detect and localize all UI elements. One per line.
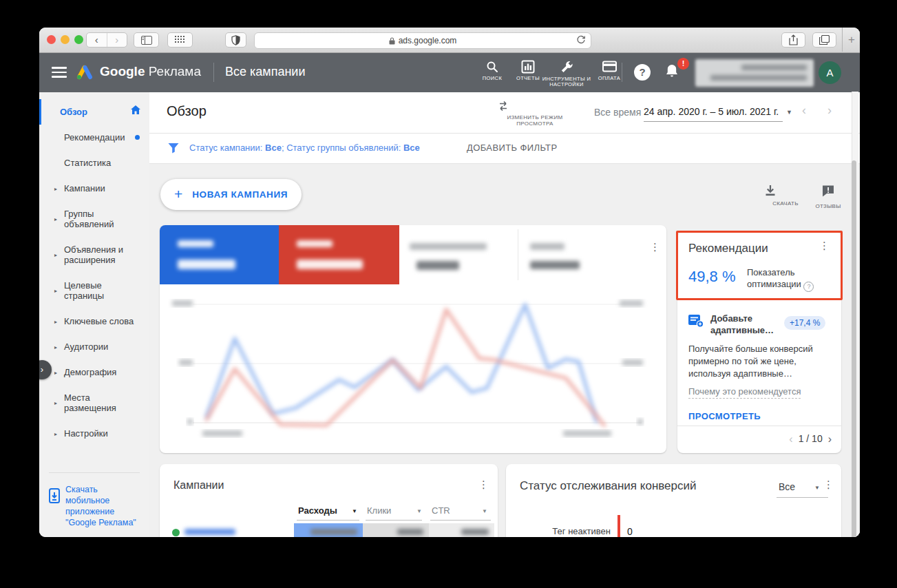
privacy-report-button[interactable] [225, 32, 246, 48]
url-text: ads.google.com [399, 36, 457, 45]
redacted-campaign-name [184, 529, 235, 535]
conversion-filter-select[interactable]: Все ▼ [779, 481, 795, 492]
metric-select-clicks[interactable]: Клики ▼ [367, 505, 391, 516]
expand-right-icon: ▸ [54, 286, 57, 296]
new-campaign-label: НОВАЯ КАМПАНИЯ [192, 189, 288, 200]
date-prev-chevron[interactable]: ‹ [802, 103, 806, 118]
minimize-window-button[interactable] [61, 35, 70, 44]
metric-select-ctr[interactable]: CTR ▼ [432, 505, 450, 516]
new-tab-button[interactable]: + [842, 28, 860, 52]
account-avatar[interactable]: A [819, 61, 841, 84]
sidebar-item-label: Места размещения [64, 392, 116, 413]
pagination-prev-chevron[interactable]: ‹ [789, 433, 792, 445]
select-underline [777, 497, 828, 498]
change-view-mode-button[interactable]: ИЗМЕНИТЬ РЕЖИМ ПРОСМОТРА [497, 101, 573, 127]
overflow-menu-icon[interactable]: ⋮ [650, 244, 660, 249]
sidebar-item-ads-extensions[interactable]: ▸ Объявления и расширения [39, 237, 149, 273]
page-scrollbar-thumb[interactable] [852, 160, 856, 537]
filter-value: Все [265, 143, 282, 153]
filter-funnel-icon[interactable] [167, 142, 180, 154]
metric-select-cost[interactable]: Расходы ▼ [298, 505, 337, 516]
cost-bar-cell [294, 523, 363, 537]
download-app-link[interactable]: Скачать мобильное приложение "Google Рек… [39, 479, 149, 537]
share-icon [789, 34, 798, 45]
date-range-picker[interactable]: 24 апр. 2020 г. – 5 июл. 2021 г. [644, 106, 783, 122]
google-ads-logo [75, 64, 94, 81]
redacted-cell-value [461, 529, 489, 535]
stat-card-cost-redacted[interactable] [279, 225, 399, 284]
redacted-stat-value [178, 260, 235, 269]
billing-icon [583, 60, 635, 74]
recommendation-item-title[interactable]: Добавьте адаптивные… [710, 313, 774, 336]
sidebar-item-settings[interactable]: ▸ Настройки [39, 421, 149, 446]
filter-value: Все [403, 143, 420, 153]
redacted-stat-label [297, 240, 333, 247]
overflow-menu-icon[interactable]: ⋮ [823, 482, 834, 487]
sidebar-item-recommendations[interactable]: Рекомендации [39, 125, 149, 150]
sidebar-item-label: Статистика [64, 158, 111, 168]
page-title: Обзор [167, 103, 207, 119]
forward-button[interactable]: › [107, 33, 127, 47]
date-next-chevron[interactable]: › [827, 103, 832, 118]
sidebar-item-label: Группы объявлений [64, 209, 114, 229]
stat-card-clicks-redacted[interactable] [160, 225, 279, 284]
help-circle-icon[interactable]: ? [803, 282, 814, 292]
new-campaign-button[interactable]: + НОВАЯ КАМПАНИЯ [160, 179, 302, 210]
feedback-icon [821, 185, 835, 198]
sidebar-nav: Обзор Рекомендации Статистика ▸ Кампании [39, 92, 149, 537]
sidebar-item-label: Целевые страницы [64, 280, 104, 301]
caret-down-icon[interactable]: ▼ [786, 109, 792, 116]
expand-right-icon: ▸ [54, 429, 57, 439]
view-recommendation-link[interactable]: ПРОСМОТРЕТЬ [688, 411, 761, 421]
sidebar-item-label: Настройки [64, 428, 108, 439]
recommendation-body-text: Получайте больше конверсий примерно по т… [688, 343, 830, 380]
overflow-menu-icon[interactable]: ⋮ [819, 243, 830, 248]
why-recommended-link[interactable]: Почему это рекомендуется [688, 386, 801, 399]
redacted-cell-value [310, 529, 357, 535]
sidebar-item-keywords[interactable]: ▸ Ключевые слова [39, 308, 149, 334]
active-filters[interactable]: Статус кампании: Все; Статус группы объя… [189, 143, 420, 153]
sidebar-item-label: Кампании [64, 183, 105, 193]
redacted-stat-label [178, 240, 213, 247]
add-filter-button[interactable]: ДОБАВИТЬ ФИЛЬТР [467, 143, 558, 153]
sidebar-icon [141, 36, 152, 45]
filter-bar: Статус кампании: Все; Статус группы объя… [149, 134, 860, 164]
plus-icon: + [174, 186, 182, 202]
conversion-tracking-title: Статус отслеживания конверсий [520, 479, 697, 493]
page-scrollbar-track[interactable] [852, 92, 858, 537]
back-button[interactable]: ‹ [87, 33, 107, 47]
notification-badge: ! [677, 57, 690, 70]
sidebar-item-overview[interactable]: Обзор [39, 99, 149, 125]
sidebar-item-placements[interactable]: ▸ Места размещения [39, 385, 149, 421]
current-section-title: Все кампании [225, 65, 305, 79]
filter-text: Статус группы объявлений: [286, 143, 403, 153]
overflow-menu-icon[interactable]: ⋮ [478, 482, 489, 487]
tag-inactive-label: Тег неактивен [506, 526, 611, 536]
reload-icon[interactable] [576, 35, 586, 45]
sidebar-divider [49, 472, 140, 473]
feedback-button[interactable]: ОТЗЫВЫ [806, 185, 850, 209]
zoom-window-button[interactable] [74, 35, 83, 44]
sidebar-item-audiences[interactable]: ▸ Аудитории [39, 334, 149, 359]
sidebar-toggle-button[interactable] [134, 32, 159, 48]
close-window-button[interactable] [47, 35, 56, 44]
sidebar-item-label: Обзор [60, 107, 87, 117]
sidebar-item-landing-pages[interactable]: ▸ Целевые страницы [39, 273, 149, 308]
lock-icon [389, 37, 395, 45]
address-bar[interactable]: ads.google.com [254, 32, 591, 49]
tab-overview-button[interactable] [167, 32, 193, 48]
menu-hamburger-icon[interactable] [52, 67, 67, 78]
sidebar-item-campaigns[interactable]: ▸ Кампании [39, 176, 149, 201]
share-button[interactable] [781, 32, 805, 48]
sidebar-item-demographics[interactable]: ▸ Демография [39, 359, 149, 385]
home-icon [130, 105, 141, 115]
download-report-button[interactable]: СКАЧАТЬ [763, 185, 808, 207]
nav-billing[interactable]: ОПЛАТА [583, 60, 635, 81]
show-tabs-button[interactable] [812, 32, 836, 48]
browser-window: ‹ › ads.google.com [39, 28, 860, 537]
shield-icon [231, 35, 240, 45]
sidebar-item-ad-groups[interactable]: ▸ Группы объявлений [39, 201, 149, 237]
help-button[interactable]: ? [634, 64, 651, 81]
sidebar-item-insights[interactable]: Статистика [39, 150, 149, 176]
pagination-next-chevron[interactable]: › [828, 433, 832, 445]
